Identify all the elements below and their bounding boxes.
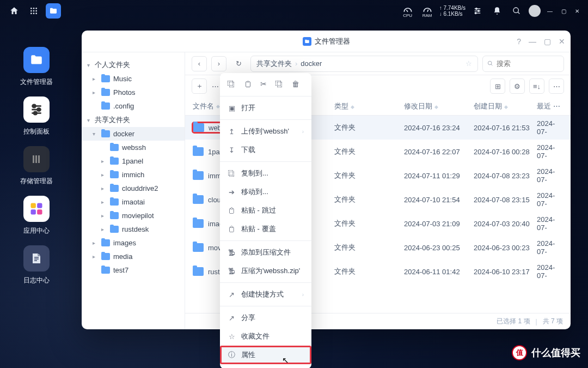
ctx-upload-to[interactable]: ↥上传到'webssh'› bbox=[220, 122, 311, 141]
window-titlebar: 文件管理器 ? — ▢ ✕ bbox=[82, 31, 571, 52]
col-created[interactable]: 创建日期 ◆ bbox=[474, 101, 537, 111]
file-manager-taskbar-icon[interactable] bbox=[46, 3, 61, 19]
folder-icon bbox=[303, 37, 311, 46]
maximize-icon[interactable]: ▢ bbox=[559, 8, 568, 14]
col-type[interactable]: 类型 ◆ bbox=[334, 101, 404, 111]
svg-point-4 bbox=[33, 10, 35, 12]
settings-gear-button[interactable]: ⚙ bbox=[510, 79, 525, 94]
help-button[interactable]: ? bbox=[517, 37, 521, 46]
ctx-copy-to[interactable]: ⿻复制到... bbox=[220, 164, 311, 183]
ctx-favorite[interactable]: ☆收藏文件 bbox=[220, 327, 311, 346]
sidebar-item-media[interactable]: ▸media bbox=[82, 250, 185, 263]
dock-log-center[interactable]: 日志中心 bbox=[12, 245, 61, 285]
window-minimize-icon[interactable]: — bbox=[529, 37, 536, 46]
minimize-icon[interactable]: — bbox=[545, 8, 555, 14]
notifications-icon[interactable] bbox=[489, 3, 505, 19]
svg-line-9 bbox=[406, 10, 408, 11]
ctx-move-to[interactable]: ➔移动到... bbox=[220, 183, 311, 201]
svg-line-33 bbox=[491, 64, 492, 65]
svg-point-6 bbox=[30, 13, 32, 14]
window-close-icon[interactable]: ✕ bbox=[559, 37, 565, 46]
ctx-paste-over[interactable]: 📋︎粘贴 - 覆盖 bbox=[220, 220, 311, 238]
ctx-copy-icon[interactable]: ⿻ bbox=[228, 80, 235, 88]
cpu-gauge-icon[interactable]: CPU bbox=[400, 3, 415, 19]
sidebar-item-test7[interactable]: test7 bbox=[82, 263, 185, 277]
apps-grid-icon[interactable] bbox=[26, 3, 41, 19]
ctx-delete-icon[interactable]: 🗑︎ bbox=[292, 80, 299, 88]
watermark: 值 什么值得买 bbox=[512, 345, 580, 360]
breadcrumb-segment[interactable]: docker bbox=[301, 59, 322, 68]
svg-line-18 bbox=[518, 12, 519, 14]
folder-tree-sidebar[interactable]: ▾个人文件夹 ▸Music ▸Photos .config ▾共享文件夹 ▾do… bbox=[82, 52, 185, 329]
sidebar-item-1panel[interactable]: ▸1panel bbox=[82, 154, 185, 168]
svg-point-3 bbox=[30, 10, 32, 12]
back-button[interactable]: ‹ bbox=[192, 56, 207, 71]
ctx-zip-as[interactable]: 🗜︎压缩为'webssh.zip' bbox=[220, 262, 311, 280]
svg-rect-27 bbox=[38, 155, 40, 163]
search-icon[interactable] bbox=[509, 3, 524, 19]
ctx-paste-skip[interactable]: 📋︎粘贴 - 跳过 bbox=[220, 201, 311, 220]
forward-button[interactable]: › bbox=[211, 56, 226, 71]
dock-file-manager[interactable]: 文件管理器 bbox=[12, 47, 61, 87]
sidebar-item-moviepilot[interactable]: ▸moviepilot bbox=[82, 209, 185, 222]
sidebar-group-personal[interactable]: ▾个人文件夹 bbox=[82, 58, 185, 72]
sidebar-item-clouddrive2[interactable]: ▸clouddrive2 bbox=[82, 182, 185, 195]
status-selected: 已选择 1 项 bbox=[497, 317, 530, 326]
search-input[interactable] bbox=[482, 56, 564, 72]
sidebar-item-webssh[interactable]: webssh bbox=[82, 141, 185, 154]
sort-button[interactable]: ≡↓ bbox=[529, 79, 544, 94]
svg-rect-28 bbox=[31, 203, 36, 208]
ctx-open[interactable]: ▣打开 bbox=[220, 99, 311, 117]
svg-line-10 bbox=[427, 10, 428, 12]
svg-point-23 bbox=[38, 108, 40, 111]
sidebar-item-imaotai[interactable]: ▸imaotai bbox=[82, 195, 185, 209]
svg-point-15 bbox=[478, 10, 480, 12]
sidebar-item-images[interactable]: ▸images bbox=[82, 236, 185, 250]
ctx-duplicate-icon[interactable]: ⿻ bbox=[275, 80, 283, 88]
star-icon[interactable]: ☆ bbox=[465, 59, 472, 68]
window-title: 文件管理器 bbox=[315, 37, 350, 46]
ctx-paste-icon[interactable]: 📋︎ bbox=[244, 80, 252, 88]
context-menu: ⿻ 📋︎ ✂ ⿻ 🗑︎ ▣打开 ↥上传到'webssh'› ↧下载 ⿻复制到..… bbox=[220, 73, 311, 368]
sidebar-item-music[interactable]: ▸Music bbox=[82, 72, 185, 86]
sidebar-item-photos[interactable]: ▸Photos bbox=[82, 86, 185, 99]
dock-app-center[interactable]: 应用中心 bbox=[12, 196, 61, 236]
breadcrumb[interactable]: 共享文件夹 › docker ☆ bbox=[250, 56, 478, 72]
svg-point-0 bbox=[30, 8, 32, 9]
close-icon[interactable]: ✕ bbox=[573, 8, 581, 14]
svg-point-24 bbox=[34, 112, 36, 114]
ctx-properties[interactable]: ⓘ属性 bbox=[220, 346, 311, 364]
settings-sliders-icon[interactable] bbox=[470, 3, 485, 19]
more-button[interactable]: ⋯ bbox=[211, 79, 219, 94]
refresh-button[interactable]: ↻ bbox=[231, 56, 246, 71]
sidebar-item-immich[interactable]: ▸immich bbox=[82, 168, 185, 182]
home-icon[interactable] bbox=[7, 3, 22, 19]
dock-control-panel[interactable]: 控制面板 bbox=[12, 96, 61, 136]
ctx-share[interactable]: ↗分享 bbox=[220, 309, 311, 327]
sidebar-item-rustdesk[interactable]: ▸rustdesk bbox=[82, 222, 185, 236]
sidebar-item-docker[interactable]: ▾docker bbox=[82, 127, 185, 141]
desktop-dock: 文件管理器 控制面板 存储管理器 应用中心 日志中心 bbox=[12, 47, 61, 285]
col-modified[interactable]: 修改日期 ◆ bbox=[404, 101, 474, 111]
ctx-download[interactable]: ↧下载 bbox=[220, 141, 311, 159]
ram-gauge-icon[interactable]: RAM bbox=[420, 3, 435, 19]
ctx-shortcut[interactable]: ↗创建快捷方式› bbox=[220, 285, 311, 304]
col-last[interactable]: 最近 ⋯ bbox=[537, 101, 563, 111]
dock-storage-manager[interactable]: 存储管理器 bbox=[12, 146, 61, 186]
svg-point-7 bbox=[33, 13, 35, 14]
view-mode-button[interactable]: ⊞ bbox=[490, 79, 505, 94]
breadcrumb-segment[interactable]: 共享文件夹 bbox=[256, 59, 292, 69]
svg-point-16 bbox=[475, 13, 476, 14]
add-button[interactable]: ＋ bbox=[192, 79, 207, 94]
svg-point-17 bbox=[513, 8, 518, 13]
svg-rect-25 bbox=[33, 155, 34, 163]
ctx-add-zip[interactable]: 🗜︎添加到压缩文件 bbox=[220, 243, 311, 262]
overflow-button[interactable]: ⋯ bbox=[549, 79, 564, 94]
sidebar-group-shared[interactable]: ▾共享文件夹 bbox=[82, 113, 185, 127]
user-avatar[interactable] bbox=[529, 5, 541, 17]
window-maximize-icon[interactable]: ▢ bbox=[544, 37, 551, 46]
ctx-cut-icon[interactable]: ✂ bbox=[260, 80, 267, 88]
sidebar-item-config[interactable]: .config bbox=[82, 99, 185, 113]
watermark-badge-icon: 值 bbox=[512, 345, 527, 360]
status-total: 共 7 项 bbox=[543, 317, 563, 326]
